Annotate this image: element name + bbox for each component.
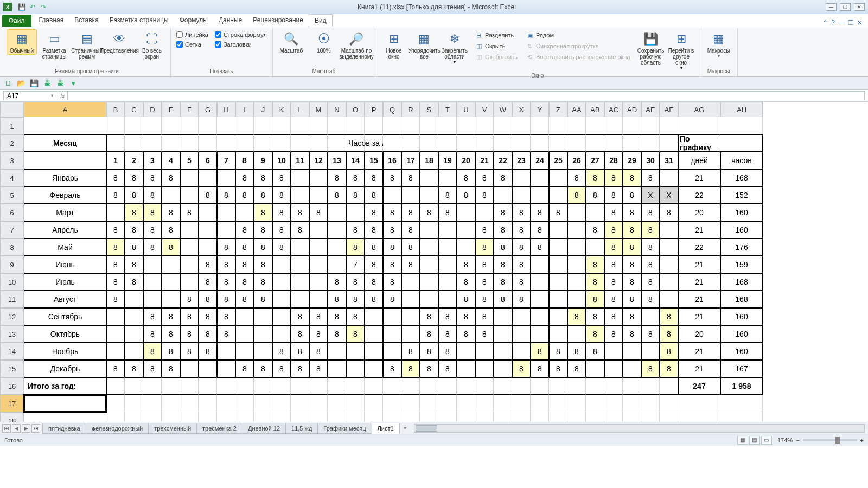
sheet-tab[interactable]: Дневной 12 <box>242 423 286 434</box>
cell[interactable]: 8 <box>125 204 143 221</box>
cell[interactable] <box>512 187 531 204</box>
window-min-icon[interactable]: — <box>838 19 845 27</box>
column-header[interactable]: AF <box>660 102 678 117</box>
cell[interactable]: 8 <box>365 169 383 187</box>
cell[interactable]: 8 <box>106 291 125 308</box>
cell[interactable]: 8 <box>512 360 531 377</box>
cell[interactable] <box>309 395 328 412</box>
cell[interactable] <box>143 273 162 291</box>
cell[interactable] <box>309 117 328 134</box>
cell[interactable]: 8 <box>125 273 143 291</box>
cell[interactable]: 8 <box>235 221 254 239</box>
quickprint-icon[interactable]: 🖶 <box>42 79 52 88</box>
cell[interactable]: Декабрь <box>24 360 106 377</box>
ribbon-tab[interactable]: Рецензирование <box>247 14 309 27</box>
cell[interactable]: 13 <box>328 152 346 169</box>
zoom-slider[interactable] <box>803 439 857 441</box>
cell[interactable] <box>660 117 678 134</box>
cell[interactable] <box>328 360 346 377</box>
cell[interactable]: 8 <box>125 187 143 204</box>
cell[interactable]: 8 <box>328 187 346 204</box>
cell[interactable]: 8 <box>162 325 180 343</box>
cell[interactable]: 8 <box>623 308 641 325</box>
column-header[interactable]: T <box>438 102 457 117</box>
cell[interactable] <box>383 412 401 422</box>
cell[interactable]: Сентябрь <box>24 308 106 325</box>
cell[interactable] <box>272 308 291 325</box>
cell[interactable] <box>365 395 383 412</box>
cell[interactable]: 8 <box>438 187 457 204</box>
column-header[interactable]: R <box>401 102 420 117</box>
cell[interactable]: 8 <box>531 221 549 239</box>
cell[interactable]: 21 <box>678 256 720 273</box>
column-header[interactable]: A <box>24 102 106 117</box>
cell[interactable]: 8 <box>143 204 162 221</box>
cell[interactable] <box>401 134 420 152</box>
cell[interactable] <box>291 273 309 291</box>
cell[interactable] <box>567 221 586 239</box>
cell[interactable]: 8 <box>623 221 641 239</box>
cell[interactable]: 8 <box>180 325 199 343</box>
cell[interactable] <box>272 395 291 412</box>
cell[interactable] <box>531 291 549 308</box>
cell[interactable]: 8 <box>143 169 162 187</box>
cell[interactable]: Июль <box>24 273 106 291</box>
close-button[interactable]: ✕ <box>854 3 865 11</box>
cell[interactable] <box>586 395 604 412</box>
normal-view-icon[interactable]: ▦ <box>737 436 748 445</box>
cell[interactable] <box>125 325 143 343</box>
cell[interactable]: 8 <box>604 256 623 273</box>
cell[interactable] <box>660 412 678 422</box>
cell[interactable] <box>531 308 549 325</box>
cell[interactable] <box>567 412 586 422</box>
cell[interactable] <box>720 395 763 412</box>
row-header[interactable]: 2 <box>0 134 24 152</box>
redo-icon[interactable]: ↷ <box>39 3 48 11</box>
cell[interactable] <box>660 291 678 308</box>
cell[interactable]: 2 <box>125 152 143 169</box>
cell[interactable]: 8 <box>180 308 199 325</box>
cell[interactable] <box>106 395 125 412</box>
cell[interactable] <box>24 412 106 422</box>
cell[interactable]: 8 <box>401 343 420 360</box>
cell[interactable]: 5 <box>180 152 199 169</box>
cell[interactable] <box>420 221 438 239</box>
cell[interactable] <box>365 117 383 134</box>
cell[interactable] <box>272 134 291 152</box>
cell[interactable]: 8 <box>106 273 125 291</box>
macros-button[interactable]: ▦ Макросы ▾ <box>704 29 734 60</box>
cell[interactable]: 8 <box>660 360 678 377</box>
cell[interactable]: 8 <box>346 187 365 204</box>
cell[interactable] <box>549 377 567 395</box>
cell[interactable]: 8 <box>254 256 272 273</box>
ribbon-tab[interactable]: Вставка <box>69 14 104 27</box>
cell[interactable] <box>291 256 309 273</box>
cell[interactable] <box>420 291 438 308</box>
cell[interactable]: 8 <box>272 360 291 377</box>
column-header[interactable]: AG <box>678 102 720 117</box>
cell[interactable]: 8 <box>365 273 383 291</box>
cell[interactable]: 8 <box>420 325 438 343</box>
zoom-button[interactable]: ⦿100% <box>309 29 339 55</box>
cell[interactable]: Апрель <box>24 221 106 239</box>
cell[interactable]: Август <box>24 291 106 308</box>
cell[interactable] <box>420 117 438 134</box>
cell[interactable]: 8 <box>512 204 531 221</box>
cell[interactable] <box>531 187 549 204</box>
cell[interactable]: 22 <box>678 239 720 256</box>
cell[interactable]: 21 <box>678 169 720 187</box>
cell[interactable] <box>420 412 438 422</box>
cell[interactable]: 21 <box>678 221 720 239</box>
window-close-icon[interactable]: ✕ <box>857 19 863 27</box>
cell[interactable]: 8 <box>494 221 512 239</box>
cell[interactable] <box>660 221 678 239</box>
cell[interactable] <box>457 360 475 377</box>
cell[interactable]: 8 <box>328 325 346 343</box>
cell[interactable] <box>180 377 199 395</box>
cell[interactable] <box>346 395 365 412</box>
cell[interactable] <box>567 256 586 273</box>
cell[interactable]: 8 <box>254 360 272 377</box>
row-header[interactable]: 3 <box>0 152 24 169</box>
cell[interactable] <box>272 117 291 134</box>
fx-icon[interactable]: fx <box>60 93 65 99</box>
